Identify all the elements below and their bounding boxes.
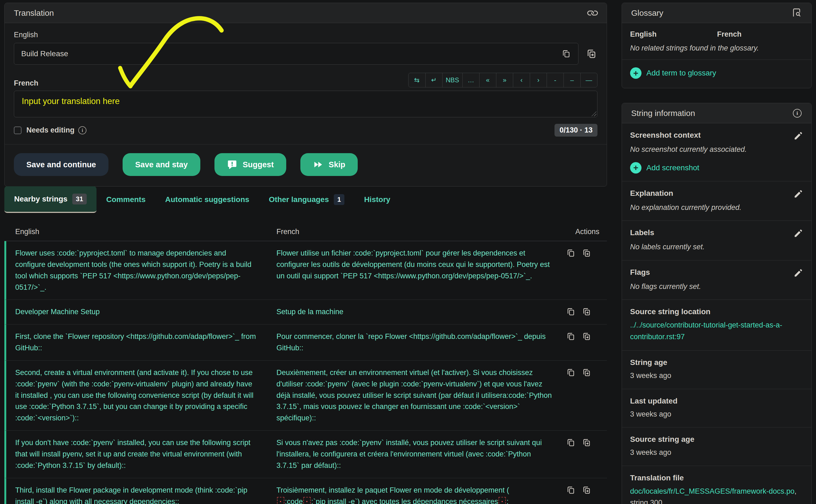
needs-editing-label: Needs editing bbox=[26, 126, 74, 134]
translation-panel-header: Translation bbox=[5, 3, 607, 23]
section-title: Source string age bbox=[630, 435, 695, 444]
table-row[interactable]: Flower uses :code:`pyproject.toml` to ma… bbox=[4, 241, 607, 300]
section-title-row: Last updated bbox=[630, 397, 803, 405]
row-copy-to-editor-button[interactable] bbox=[582, 485, 591, 494]
row-copy-to-editor-button[interactable] bbox=[582, 332, 591, 341]
section-title-row: Explanation bbox=[630, 189, 803, 199]
edit-section-button[interactable] bbox=[793, 189, 803, 199]
edit-section-button[interactable] bbox=[793, 268, 803, 278]
edit-section-button[interactable] bbox=[793, 131, 803, 141]
section-body: No screenshot currently associated. bbox=[630, 144, 803, 155]
copy-source-to-translation-button[interactable] bbox=[585, 48, 597, 60]
needs-editing-info-icon[interactable]: i bbox=[78, 126, 86, 134]
section-title: Explanation bbox=[630, 189, 673, 198]
tab-history[interactable]: History bbox=[354, 186, 400, 213]
skip-forward-icon bbox=[313, 159, 323, 170]
toolbar-char-button-8[interactable]: - bbox=[547, 73, 563, 87]
row-actions bbox=[566, 331, 607, 354]
table-row[interactable]: Third, install the Flower package in dev… bbox=[4, 478, 607, 504]
save-and-stay-button[interactable]: Save and stay bbox=[122, 153, 200, 176]
table-row[interactable]: First, clone the `Flower repository <htt… bbox=[4, 325, 607, 361]
character-counter: 0/130 · 13 bbox=[554, 124, 597, 137]
section-link[interactable]: doc/locales/fr/LC_MESSAGES/framework-doc… bbox=[630, 487, 795, 495]
toolbar-char-button-0[interactable]: ⇆ bbox=[409, 73, 425, 87]
toolbar-char-button-10[interactable]: — bbox=[580, 73, 597, 87]
copy-to-editor-icon bbox=[582, 332, 591, 341]
string-info-help-button[interactable]: i bbox=[792, 108, 802, 118]
row-copy-button[interactable] bbox=[566, 485, 575, 494]
save-and-continue-button[interactable]: Save and continue bbox=[14, 153, 108, 176]
section-title-row: Source string age bbox=[630, 435, 803, 444]
skip-button-label: Skip bbox=[329, 160, 345, 169]
string-information-header: String information i bbox=[622, 103, 811, 123]
table-row[interactable]: Developer Machine SetupSetup de la machi… bbox=[4, 300, 607, 325]
tab-automatic-suggestions[interactable]: Automatic suggestions bbox=[155, 186, 259, 213]
row-copy-to-editor-button[interactable] bbox=[582, 307, 591, 316]
add-term-to-glossary-link[interactable]: + Add term to glossary bbox=[630, 67, 803, 79]
copy-source-button[interactable] bbox=[561, 49, 571, 59]
row-copy-button[interactable] bbox=[566, 438, 575, 447]
row-copy-button[interactable] bbox=[566, 307, 575, 316]
section-value: 3 weeks ago bbox=[630, 370, 803, 381]
column-header-english: English bbox=[15, 228, 277, 236]
source-string-value: Build Release bbox=[21, 49, 561, 58]
target-language-label: French bbox=[14, 79, 38, 87]
string-info-section: Screenshot contextNo screenshot currentl… bbox=[622, 123, 811, 181]
row-copy-to-editor-button[interactable] bbox=[582, 248, 591, 257]
toolbar-char-button-5[interactable]: » bbox=[496, 73, 513, 87]
row-actions bbox=[566, 306, 607, 318]
plus-circle-icon: + bbox=[630, 67, 642, 79]
table-cell: Third, install the Flower package in dev… bbox=[15, 485, 277, 504]
translation-editor[interactable]: Input your translation here bbox=[14, 91, 597, 117]
toolbar-char-button-4[interactable]: « bbox=[479, 73, 496, 87]
section-title-row: Source string location bbox=[630, 307, 803, 316]
table-cell: Flower utilise un fichier :code:`pyproje… bbox=[277, 248, 566, 293]
toolbar-char-button-9[interactable]: – bbox=[563, 73, 580, 87]
skip-button[interactable]: Skip bbox=[300, 153, 358, 176]
section-title-row: Flags bbox=[630, 268, 803, 278]
toolbar-char-button-7[interactable]: › bbox=[530, 73, 547, 87]
suggest-button[interactable]: Suggest bbox=[215, 153, 286, 176]
string-info-section: String age3 weeks ago bbox=[622, 351, 811, 389]
source-string-field: Build Release bbox=[14, 43, 578, 65]
add-screenshot-link[interactable]: +Add screenshot bbox=[630, 162, 803, 174]
glossary-search-icon bbox=[792, 8, 802, 18]
section-link[interactable]: ../../source/contributor-tutorial-get-st… bbox=[630, 321, 782, 341]
toolbar-char-button-3[interactable]: … bbox=[462, 73, 479, 87]
row-copy-button[interactable] bbox=[566, 368, 575, 377]
whitespace-warning-mark: · bbox=[277, 497, 284, 504]
column-header-actions: Actions bbox=[566, 228, 607, 236]
row-copy-button[interactable] bbox=[566, 248, 575, 257]
row-actions bbox=[566, 437, 607, 471]
table-row[interactable]: If you don't have :code:`pyenv` installe… bbox=[4, 431, 607, 478]
tab-nearby-strings[interactable]: Nearby strings 31 bbox=[4, 186, 96, 213]
resize-handle[interactable] bbox=[591, 111, 596, 116]
string-info-section: LabelsNo labels currently set. bbox=[622, 221, 811, 260]
string-info-section: FlagsNo flags currently set. bbox=[622, 260, 811, 300]
tab-comments[interactable]: Comments bbox=[96, 186, 155, 213]
section-title: Flags bbox=[630, 268, 650, 277]
toolbar-char-button-6[interactable]: ‹ bbox=[513, 73, 530, 87]
edit-section-button[interactable] bbox=[793, 228, 803, 238]
section-title: Labels bbox=[630, 228, 654, 237]
table-row[interactable]: Second, create a virtual environment (an… bbox=[4, 361, 607, 431]
row-copy-to-editor-button[interactable] bbox=[582, 368, 591, 377]
section-body: No explanation currently provided. bbox=[630, 202, 803, 213]
table-cell: First, clone the `Flower repository <htt… bbox=[15, 331, 277, 354]
copy-icon bbox=[566, 485, 575, 494]
row-copy-button[interactable] bbox=[566, 332, 575, 341]
string-info-section: Source string age3 weeks ago bbox=[622, 427, 811, 466]
column-header-french: French bbox=[277, 228, 566, 236]
section-title: Translation file bbox=[630, 474, 684, 482]
row-copy-to-editor-button[interactable] bbox=[582, 438, 591, 447]
tab-other-languages[interactable]: Other languages 1 bbox=[259, 186, 354, 213]
browse-glossary-button[interactable] bbox=[791, 8, 802, 18]
section-value: 3 weeks ago bbox=[630, 409, 803, 420]
needs-editing-checkbox[interactable] bbox=[14, 127, 21, 134]
permalink-button[interactable] bbox=[588, 8, 597, 18]
pencil-icon bbox=[793, 189, 803, 199]
toolbar-char-button-1[interactable]: ↵ bbox=[425, 73, 442, 87]
toolbar-char-button-2[interactable]: NBS bbox=[442, 73, 462, 87]
tab-label: Automatic suggestions bbox=[165, 195, 249, 204]
plus-circle-icon: + bbox=[630, 162, 642, 174]
